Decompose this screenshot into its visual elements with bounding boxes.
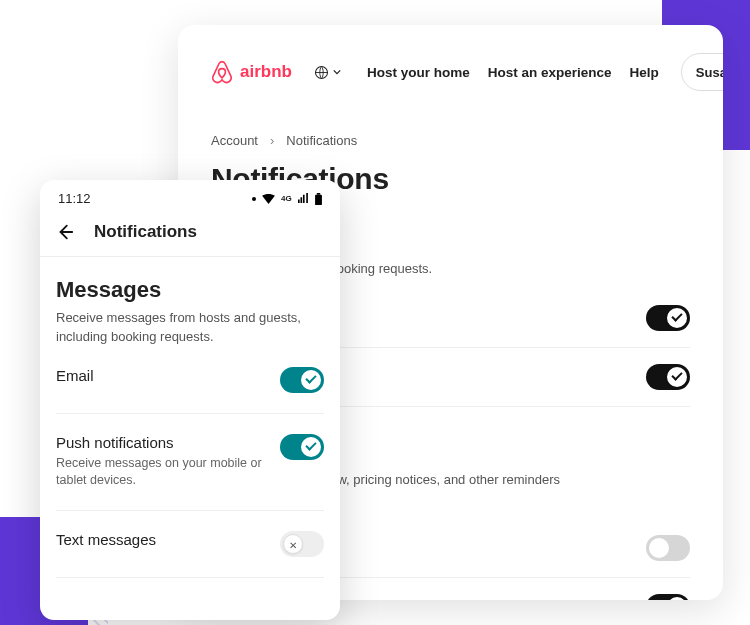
status-time: 11:12 xyxy=(58,191,91,206)
section-description: Receive messages from hosts and guests, … xyxy=(56,309,324,347)
chevron-right-icon: › xyxy=(270,133,274,148)
topbar: airbnb Host your home Host an experience… xyxy=(211,53,690,91)
setting-row: Email xyxy=(56,347,324,414)
nav-host-experience[interactable]: Host an experience xyxy=(488,65,612,80)
toggle-messages[interactable] xyxy=(646,594,690,600)
mobile-window: 11:12 4G Notifications Messages Receive … xyxy=(40,180,340,620)
back-button[interactable] xyxy=(56,223,74,241)
toggle-email[interactable] xyxy=(280,367,324,393)
svg-rect-1 xyxy=(315,194,322,204)
wifi-icon xyxy=(262,194,275,204)
x-icon xyxy=(289,535,297,553)
setting-row: Push notifications Receive messages on y… xyxy=(56,414,324,511)
svg-rect-2 xyxy=(317,193,320,195)
status-bar: 11:12 4G xyxy=(40,180,340,212)
setting-label: Push notifications xyxy=(56,434,268,451)
mobile-header: Notifications xyxy=(40,212,340,256)
toggle-messages[interactable] xyxy=(646,364,690,390)
nav-links: Host your home Host an experience Help xyxy=(367,65,659,80)
airbnb-logo-icon xyxy=(211,60,233,84)
breadcrumb: Account › Notifications xyxy=(211,133,690,148)
setting-label: Text messages xyxy=(56,531,268,548)
setting-row: Text messages xyxy=(56,511,324,578)
toggle-sms[interactable] xyxy=(280,531,324,557)
arrow-left-icon xyxy=(56,223,74,241)
breadcrumb-root[interactable]: Account xyxy=(211,133,258,148)
toggle-email[interactable] xyxy=(646,535,690,561)
battery-icon xyxy=(315,193,322,205)
mobile-title: Notifications xyxy=(94,222,197,242)
globe-icon xyxy=(314,65,329,80)
user-name: Susan xyxy=(696,65,723,80)
brand-logo[interactable]: airbnb xyxy=(211,60,292,84)
section-heading: Messages xyxy=(56,277,324,303)
nav-help[interactable]: Help xyxy=(630,65,659,80)
status-network: 4G xyxy=(281,194,292,203)
setting-sublabel: Receive messages on your mobile or table… xyxy=(56,455,268,490)
breadcrumb-current: Notifications xyxy=(286,133,357,148)
toggle-email[interactable] xyxy=(646,305,690,331)
setting-label: Email xyxy=(56,367,268,384)
signal-icon xyxy=(298,193,309,204)
chevron-down-icon xyxy=(333,68,341,76)
brand-name: airbnb xyxy=(240,62,292,82)
user-menu[interactable]: Susan xyxy=(681,53,723,91)
locale-picker[interactable] xyxy=(314,65,341,80)
mobile-body: Messages Receive messages from hosts and… xyxy=(40,257,340,578)
nav-host-home[interactable]: Host your home xyxy=(367,65,470,80)
toggle-push[interactable] xyxy=(280,434,324,460)
status-icons: 4G xyxy=(252,193,322,205)
